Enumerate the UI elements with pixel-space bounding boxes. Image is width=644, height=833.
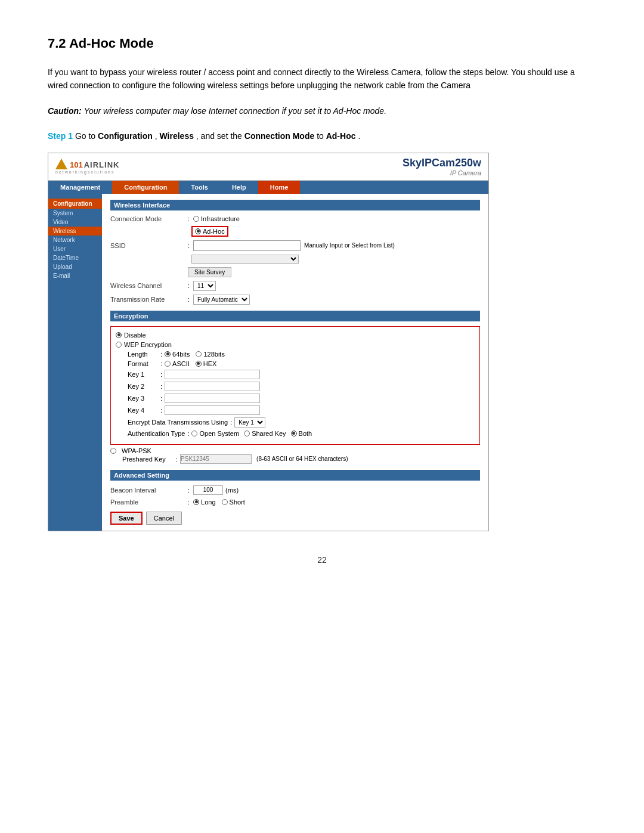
shared-key-label: Shared Key: [252, 430, 286, 437]
long-label: Long: [201, 498, 215, 506]
sidebar-item-system[interactable]: System: [48, 209, 102, 218]
ssid-label: SSID: [110, 242, 188, 249]
short-label: Short: [230, 498, 245, 506]
length-label: Length: [128, 351, 160, 358]
encryption-header: Encryption: [110, 311, 480, 321]
open-system-radio[interactable]: [191, 431, 197, 436]
disable-row: Disable: [116, 332, 475, 339]
site-survey-row: Site Survey: [110, 266, 480, 281]
advanced-setting-section: Advanced Setting Beacon Interval : (ms) …: [110, 470, 480, 506]
key3-label: Key 3: [128, 395, 160, 402]
nav-help[interactable]: Help: [220, 181, 258, 194]
sidebar-item-network[interactable]: Network: [48, 236, 102, 244]
key2-label: Key 2: [128, 383, 160, 390]
nav-management[interactable]: Management: [48, 181, 112, 194]
infrastructure-option[interactable]: Infrastructure: [193, 215, 240, 222]
wpa-psk-label: WPA-PSK: [122, 447, 151, 454]
ssid-row: SSID : Manually Input or Select from Lis…: [110, 240, 480, 251]
short-radio[interactable]: [222, 499, 228, 505]
camera-header: 101 AIRLINK networkingsolutions SkyIPCam…: [48, 153, 488, 181]
both-label: Both: [299, 430, 312, 437]
sidebar-item-wireless[interactable]: Wireless: [48, 227, 102, 236]
step1-config: Configuration: [98, 131, 153, 141]
nav-home[interactable]: Home: [258, 181, 301, 194]
intro-paragraph: If you want to bypass your wireless rout…: [48, 66, 596, 92]
ssid-dropdown-row: [191, 255, 480, 264]
key4-row: Key 4 :: [128, 405, 475, 415]
beacon-unit: (ms): [225, 487, 239, 494]
auth-type-row: Authentication Type : Open System Shared…: [128, 430, 475, 437]
key2-input[interactable]: [165, 382, 260, 391]
wireless-channel-row: Wireless Channel : 11: [110, 281, 480, 291]
caution-paragraph: Caution: Your wireless computer may lose…: [48, 104, 596, 117]
save-button[interactable]: Save: [110, 512, 143, 525]
transmission-rate-row: Transmission Rate : Fully Automatic: [110, 295, 480, 305]
page-title: 7.2 Ad-Hoc Mode: [48, 36, 596, 51]
preamble-label: Preamble: [110, 498, 188, 506]
logo-triangle-icon: [55, 159, 67, 169]
preshared-key-label: Preshared Key: [122, 456, 176, 463]
hex-label: HEX: [203, 360, 217, 367]
channel-select[interactable]: 11: [193, 281, 216, 291]
key3-input[interactable]: [165, 394, 260, 403]
step-number: Step 1: [48, 131, 75, 141]
step1-connmode: Connection Mode: [244, 131, 314, 141]
ssid-hint: Manually Input or Select from List): [304, 242, 395, 249]
sidebar-item-datetime[interactable]: DateTime: [48, 253, 102, 262]
auth-type-label: Authentication Type: [128, 430, 185, 437]
disable-label: Disable: [124, 332, 146, 339]
key4-input[interactable]: [165, 405, 260, 415]
sidebar-item-upload[interactable]: Upload: [48, 262, 102, 271]
adhoc-label: Ad-Hoc: [203, 228, 225, 235]
beacon-interval-label: Beacon Interval: [110, 487, 188, 494]
step1-prefix: Go to: [75, 131, 98, 141]
site-survey-button[interactable]: Site Survey: [188, 267, 231, 277]
preshared-key-row: Preshared Key : (8-63 ASCII or 64 HEX ch…: [122, 454, 480, 464]
sidebar-item-video[interactable]: Video: [48, 218, 102, 227]
nav-configuration[interactable]: Configuration: [112, 181, 179, 194]
beacon-interval-row: Beacon Interval : (ms): [110, 485, 480, 495]
wep-label: WEP Encryption: [124, 341, 172, 348]
infrastructure-radio[interactable]: [193, 216, 199, 222]
preamble-row: Preamble : Long Short: [110, 498, 480, 506]
page-number: 22: [48, 555, 596, 565]
camera-body: Configuration System Video Wireless Netw…: [48, 194, 488, 531]
camera-main-content: Wireless Interface Connection Mode : Inf…: [102, 194, 488, 531]
preshared-key-input[interactable]: [180, 454, 252, 464]
action-buttons: Save Cancel: [110, 512, 480, 525]
both-radio[interactable]: [291, 431, 297, 436]
shared-key-radio[interactable]: [244, 431, 250, 436]
adhoc-box[interactable]: Ad-Hoc: [191, 226, 228, 237]
ssid-dropdown[interactable]: [191, 255, 299, 264]
caution-text: Your wireless computer may lose Internet…: [83, 106, 386, 116]
bits64-radio[interactable]: [165, 351, 171, 357]
adhoc-radio[interactable]: [195, 228, 201, 234]
caution-bold: Caution:: [48, 106, 82, 116]
wep-radio[interactable]: [116, 342, 122, 348]
cancel-button[interactable]: Cancel: [146, 512, 182, 525]
disable-radio[interactable]: [116, 332, 122, 338]
ssid-input[interactable]: [193, 240, 301, 251]
sidebar-config-header[interactable]: Configuration: [48, 199, 102, 209]
wpa-psk-radio[interactable]: [110, 448, 116, 454]
beacon-input[interactable]: [193, 485, 223, 495]
connection-mode-label: Connection Mode: [110, 215, 188, 222]
key1-input[interactable]: [165, 370, 260, 379]
sidebar-item-email[interactable]: E-mail: [48, 271, 102, 280]
encrypt-transmissions-label: Encrypt Data Transmissions Using: [128, 419, 228, 426]
nav-tools[interactable]: Tools: [179, 181, 220, 194]
ascii-radio[interactable]: [165, 361, 171, 367]
hex-radio[interactable]: [196, 361, 202, 367]
transmission-rate-label: Transmission Rate: [110, 296, 188, 303]
step1-dot: .: [358, 131, 360, 141]
wep-row: WEP Encryption: [116, 341, 475, 348]
encryption-border-box: Disable WEP Encryption Length : 64bits: [110, 326, 480, 445]
sidebar-item-user[interactable]: User: [48, 244, 102, 253]
logo-text: AIRLINK: [84, 160, 120, 169]
rate-select[interactable]: Fully Automatic: [193, 295, 250, 305]
camera-logo: 101 AIRLINK networkingsolutions: [55, 159, 119, 174]
step1-mid2: , and set the: [196, 131, 244, 141]
long-radio[interactable]: [193, 499, 199, 505]
bits128-radio[interactable]: [196, 351, 202, 357]
key-select[interactable]: Key 1: [234, 417, 265, 428]
